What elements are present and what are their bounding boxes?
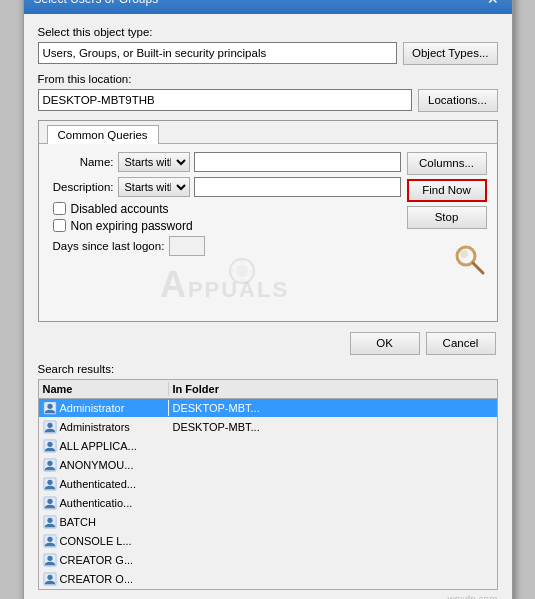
dialog-footer: OK Cancel [38,332,498,355]
cancel-button[interactable]: Cancel [426,332,496,355]
name-filter-select[interactable]: Starts with [118,152,190,172]
dialog-title: Select Users or Groups [34,0,159,6]
result-name-cell: CONSOLE L... [39,533,169,549]
ok-button[interactable]: OK [350,332,420,355]
svg-point-20 [47,536,52,541]
table-row[interactable]: Authenticatio... [39,494,497,513]
user-icon [43,553,57,567]
name-row: Name: Starts with [49,152,401,172]
svg-point-12 [47,460,52,465]
result-name-cell: CREATOR G... [39,552,169,568]
table-row[interactable]: BATCH [39,513,497,532]
title-bar: Select Users or Groups ✕ [24,0,512,14]
svg-line-4 [473,263,483,273]
svg-point-14 [47,479,52,484]
result-name-cell: Administrators [39,419,169,435]
watermark-area: APPUALS [49,256,401,311]
tab-header: Common Queries [39,121,497,144]
table-row[interactable]: CONSOLE L... [39,532,497,551]
table-row[interactable]: ALL APPLICA... [39,437,497,456]
result-folder-cell [169,521,497,523]
description-filter-select[interactable]: Starts with [118,177,190,197]
result-name-text: CREATOR O... [60,573,134,585]
user-icon [43,458,57,472]
select-users-dialog: Select Users or Groups ✕ Select this obj… [23,0,513,599]
result-name-cell: Administrator [39,400,169,416]
search-icon-area [451,241,487,280]
days-input[interactable] [169,236,205,256]
non-expiring-label: Non expiring password [71,219,193,233]
svg-point-8 [47,422,52,427]
description-row: Description: Starts with [49,177,401,197]
svg-point-10 [47,441,52,446]
form-right: Columns... Find Now Stop [407,152,487,311]
common-queries-content: Name: Starts with Description: Starts wi… [39,144,497,321]
table-row[interactable]: AdministratorDESKTOP-MBT... [39,399,497,418]
magnifier-icon [451,241,487,277]
svg-point-24 [47,574,52,579]
results-rows: AdministratorDESKTOP-MBT... Administrato… [39,399,497,589]
result-folder-cell: DESKTOP-MBT... [169,420,497,434]
svg-point-22 [47,555,52,560]
locations-button[interactable]: Locations... [418,89,498,112]
object-types-button[interactable]: Object Types... [403,42,498,65]
result-folder-cell [169,445,497,447]
table-row[interactable]: ANONYMOU... [39,456,497,475]
stop-button[interactable]: Stop [407,206,487,229]
close-button[interactable]: ✕ [484,0,502,8]
non-expiring-row: Non expiring password [53,219,401,233]
result-name-text: Authenticatio... [60,497,133,509]
svg-point-3 [460,250,468,258]
location-input[interactable] [38,89,412,111]
result-folder-cell [169,464,497,466]
search-results-label: Search results: [38,363,498,375]
wsxdn-watermark: wsxdn.com [38,592,498,600]
user-icon [43,534,57,548]
user-icon [43,401,57,415]
watermark-text: APPUALS [160,259,289,307]
columns-button[interactable]: Columns... [407,152,487,175]
result-name-text: Administrators [60,421,130,433]
object-type-input[interactable] [38,42,398,64]
result-name-cell: ANONYMOU... [39,457,169,473]
dialog-body: Select this object type: Object Types...… [24,14,512,600]
description-label: Description: [49,181,114,193]
result-name-text: ANONYMOU... [60,459,134,471]
result-name-cell: Authenticated... [39,476,169,492]
user-icon [43,439,57,453]
table-row[interactable]: CREATOR O... [39,570,497,589]
user-icon [43,572,57,586]
result-folder-cell [169,483,497,485]
result-folder-cell [169,559,497,561]
non-expiring-checkbox[interactable] [53,219,66,232]
form-left: Name: Starts with Description: Starts wi… [49,152,401,311]
location-label: From this location: [38,73,498,85]
result-name-text: Authenticated... [60,478,136,490]
name-label: Name: [49,156,114,168]
disabled-accounts-row: Disabled accounts [53,202,401,216]
user-icon [43,496,57,510]
common-queries-box: Common Queries Name: Starts with Descrip… [38,120,498,322]
header-folder: In Folder [169,382,497,396]
result-name-cell: CREATOR O... [39,571,169,587]
svg-point-18 [47,517,52,522]
result-name-cell: Authenticatio... [39,495,169,511]
table-row[interactable]: AdministratorsDESKTOP-MBT... [39,418,497,437]
user-icon [43,477,57,491]
svg-point-6 [47,403,52,408]
table-row[interactable]: Authenticated... [39,475,497,494]
result-folder-cell [169,502,497,504]
days-label: Days since last logon: [53,240,165,252]
common-queries-tab[interactable]: Common Queries [47,125,159,144]
result-folder-cell: DESKTOP-MBT... [169,401,497,415]
find-now-button[interactable]: Find Now [407,179,487,202]
description-filter-input[interactable] [194,177,401,197]
results-table[interactable]: Name In Folder AdministratorDESKTOP-MBT.… [39,380,497,589]
svg-point-16 [47,498,52,503]
result-name-text: Administrator [60,402,125,414]
table-row[interactable]: CREATOR G... [39,551,497,570]
result-name-text: CREATOR G... [60,554,134,566]
name-filter-input[interactable] [194,152,401,172]
disabled-accounts-checkbox[interactable] [53,202,66,215]
svg-point-1 [236,265,248,277]
